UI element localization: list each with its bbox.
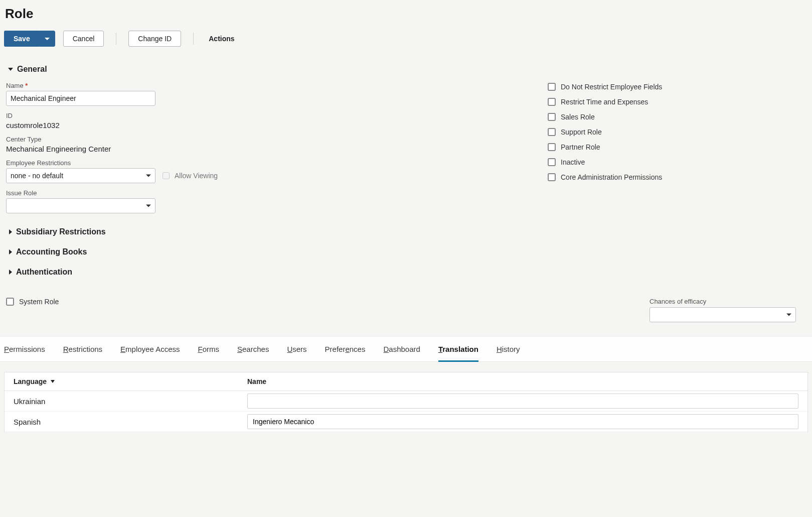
section-authentication-header[interactable]: Authentication [8, 268, 528, 277]
save-button[interactable]: Save [4, 31, 39, 47]
checkbox[interactable] [548, 158, 556, 166]
tab-translation[interactable]: Translation [438, 337, 478, 361]
checkbox-row: Sales Role [548, 113, 806, 121]
tab-label: Forms [198, 345, 219, 353]
allow-viewing-checkbox [163, 172, 170, 179]
name-cell [247, 394, 798, 409]
checkbox-row: Partner Role [548, 143, 806, 151]
divider [116, 33, 116, 45]
checkbox-row: Restrict Time and Expenses [548, 98, 806, 106]
actions-menu[interactable]: Actions [206, 31, 237, 46]
save-dropdown-button[interactable] [39, 31, 55, 47]
column-language-header[interactable]: Language [14, 377, 247, 385]
translation-name-input[interactable] [247, 394, 798, 409]
caret-down-icon [146, 175, 151, 177]
tab-dashboard[interactable]: Dashboard [383, 337, 420, 361]
allow-viewing-label: Allow Viewing [175, 172, 218, 180]
section-subsidiary-header[interactable]: Subsidiary Restrictions [8, 227, 528, 236]
tab-label: Users [287, 345, 306, 353]
tab-label: Restrictions [63, 345, 102, 353]
chevron-right-icon [9, 229, 12, 234]
translation-table: Language Name UkrainianSpanish [4, 372, 808, 432]
section-general-header[interactable]: General [8, 65, 806, 74]
change-id-button[interactable]: Change ID [128, 31, 181, 47]
employee-restrictions-select[interactable]: none - no default [6, 168, 155, 183]
tab-label: History [497, 345, 520, 353]
efficacy-label: Chances of efficacy [649, 298, 796, 305]
tab-label: Searches [237, 345, 269, 353]
sort-down-icon [51, 380, 55, 383]
name-input[interactable] [6, 91, 155, 106]
tab-permissions[interactable]: Permissions [4, 337, 45, 361]
tab-label: Dashboard [383, 345, 420, 353]
checkbox-label: Support Role [561, 128, 602, 136]
chevron-right-icon [9, 249, 12, 254]
language-cell: Spanish [14, 415, 247, 429]
save-button-group: Save [4, 31, 55, 47]
translation-name-input[interactable] [247, 414, 798, 429]
section-authentication-label: Authentication [16, 268, 72, 277]
section-accounting-label: Accounting Books [16, 247, 87, 256]
center-type-value: Mechanical Engineering Center [6, 145, 528, 153]
tabs: PermissionsRestrictionsEmployee AccessFo… [4, 337, 808, 361]
id-value: customrole1032 [6, 121, 528, 130]
caret-down-icon [146, 205, 151, 207]
employee-restrictions-value: none - no default [11, 172, 63, 180]
tab-forms[interactable]: Forms [198, 337, 219, 361]
employee-restrictions-label: Employee Restrictions [6, 159, 528, 167]
checkbox[interactable] [548, 113, 556, 121]
language-cell: Ukrainian [14, 394, 247, 409]
checkbox-row: Do Not Restrict Employee Fields [548, 83, 806, 91]
checkbox[interactable] [548, 143, 556, 151]
name-cell [247, 414, 798, 429]
checkbox[interactable] [548, 98, 556, 106]
cancel-button[interactable]: Cancel [63, 31, 104, 47]
system-role-label: System Role [19, 298, 59, 306]
tab-employee-access[interactable]: Employee Access [120, 337, 180, 361]
column-name-header[interactable]: Name [247, 377, 798, 385]
efficacy-select[interactable] [649, 307, 796, 322]
caret-down-icon [786, 314, 791, 316]
chevron-down-icon [8, 68, 13, 71]
tab-history[interactable]: History [497, 337, 520, 361]
chevron-right-icon [9, 270, 12, 275]
table-row: Spanish [5, 412, 807, 432]
checkbox-row: Inactive [548, 158, 806, 166]
checkbox-label: Restrict Time and Expenses [561, 98, 648, 106]
tab-users[interactable]: Users [287, 337, 306, 361]
checkbox-label: Sales Role [561, 113, 595, 121]
section-subsidiary-label: Subsidiary Restrictions [16, 227, 106, 236]
tab-restrictions[interactable]: Restrictions [63, 337, 102, 361]
name-label: Name [6, 82, 528, 89]
table-row: Ukrainian [5, 391, 807, 412]
checkbox[interactable] [548, 128, 556, 136]
column-language-label: Language [14, 377, 47, 385]
section-accounting-header[interactable]: Accounting Books [8, 247, 528, 256]
issue-role-label: Issue Role [6, 189, 528, 197]
checkbox-row: Support Role [548, 128, 806, 136]
tab-label: Employee Access [120, 345, 180, 353]
page-title: Role [5, 6, 808, 22]
divider [193, 33, 194, 45]
caret-down-icon [45, 38, 50, 40]
checkbox[interactable] [548, 83, 556, 91]
section-general-label: General [17, 65, 47, 74]
tab-label: Translation [438, 345, 478, 353]
center-type-label: Center Type [6, 136, 528, 143]
tab-label: Permissions [4, 345, 45, 353]
system-role-checkbox[interactable] [6, 298, 14, 306]
toolbar: Save Cancel Change ID Actions [4, 31, 808, 55]
column-name-label: Name [247, 377, 266, 385]
tab-preferences[interactable]: Preferences [325, 337, 366, 361]
tab-searches[interactable]: Searches [237, 337, 269, 361]
issue-role-select[interactable] [6, 198, 155, 213]
tab-label: Preferences [325, 345, 366, 353]
checkbox-row: Core Administration Permissions [548, 173, 806, 181]
id-label: ID [6, 112, 528, 119]
checkbox-label: Do Not Restrict Employee Fields [561, 83, 662, 91]
checkbox-label: Core Administration Permissions [561, 173, 662, 181]
checkbox-label: Partner Role [561, 143, 600, 151]
checkbox[interactable] [548, 173, 556, 181]
checkbox-label: Inactive [561, 158, 585, 166]
